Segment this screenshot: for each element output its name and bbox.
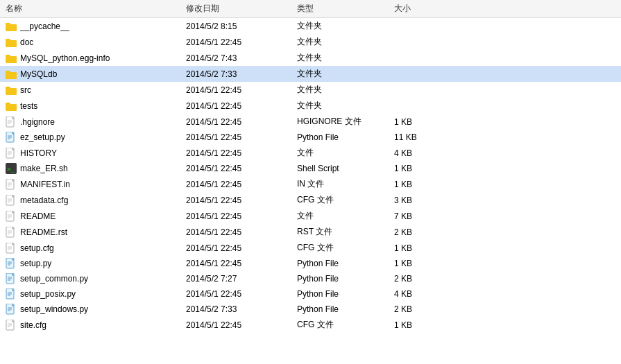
- table-row[interactable]: README 2014/5/1 22:45 文件 7 KB: [0, 208, 621, 224]
- file-type: IN 文件: [297, 178, 394, 190]
- svg-rect-3: [6, 39, 10, 42]
- file-type: 文件夹: [297, 52, 394, 64]
- file-type: 文件夹: [297, 68, 394, 80]
- table-row[interactable]: setup.cfg 2014/5/1 22:45 CFG 文件 1 KB: [0, 240, 621, 256]
- table-row[interactable]: site.cfg 2014/5/1 22:45 CFG 文件 1 KB: [0, 317, 621, 333]
- folder-icon: [6, 101, 17, 112]
- file-icon: [6, 179, 17, 190]
- file-size: 1 KB: [394, 164, 450, 173]
- file-name: metadata.cfg: [20, 196, 68, 205]
- file-size: 1 KB: [394, 180, 450, 189]
- table-row[interactable]: src 2014/5/1 22:45 文件夹: [0, 82, 621, 98]
- file-icon: [6, 320, 17, 331]
- folder-icon: [6, 21, 17, 32]
- file-icon: [6, 243, 17, 254]
- python-icon: [6, 304, 17, 315]
- file-icon: [6, 116, 17, 128]
- file-name: doc: [20, 37, 33, 47]
- file-name: ez_setup.py: [20, 132, 65, 142]
- file-type: 文件夹: [297, 84, 394, 96]
- file-size: 4 KB: [394, 289, 450, 299]
- file-date: 2014/5/1 22:45: [186, 164, 297, 173]
- folder-icon: [6, 37, 17, 48]
- table-row[interactable]: __pycache__ 2014/5/2 8:15 文件夹: [0, 18, 621, 34]
- file-date: 2014/5/1 22:45: [186, 211, 297, 221]
- table-row[interactable]: setup_posix.py 2014/5/1 22:45 Python Fil…: [0, 286, 621, 302]
- file-date: 2014/5/1 22:45: [186, 37, 297, 47]
- file-date: 2014/5/2 8:15: [186, 21, 297, 31]
- file-name: README: [20, 211, 56, 221]
- folder-icon: [6, 69, 17, 80]
- file-icon: [6, 195, 17, 206]
- shell-icon: >_: [6, 163, 17, 174]
- table-row[interactable]: README.rst 2014/5/1 22:45 RST 文件 2 KB: [0, 224, 621, 240]
- table-row[interactable]: MySQL_python.egg-info 2014/5/2 7:43 文件夹: [0, 50, 621, 66]
- file-type: 文件夹: [297, 100, 394, 112]
- file-type: Shell Script: [297, 164, 394, 173]
- file-name: MySQLdb: [20, 69, 57, 79]
- file-type: CFG 文件: [297, 319, 394, 331]
- python-icon: [6, 132, 17, 143]
- table-row[interactable]: metadata.cfg 2014/5/1 22:45 CFG 文件 3 KB: [0, 192, 621, 208]
- file-size: 1 KB: [394, 243, 450, 253]
- svg-rect-11: [6, 103, 10, 105]
- file-icon: [6, 211, 17, 222]
- file-name: .hgignore: [20, 117, 55, 127]
- file-date: 2014/5/2 7:43: [186, 53, 297, 63]
- file-date: 2014/5/1 22:45: [186, 132, 297, 142]
- python-icon: [6, 273, 17, 284]
- table-row[interactable]: ez_setup.py 2014/5/1 22:45 Python File 1…: [0, 130, 621, 145]
- svg-rect-1: [6, 23, 10, 26]
- file-date: 2014/5/1 22:45: [186, 180, 297, 189]
- col-header-name[interactable]: 名称: [6, 3, 186, 15]
- col-header-date[interactable]: 修改日期: [186, 3, 297, 15]
- file-name: setup.py: [20, 259, 51, 268]
- table-row[interactable]: setup_windows.py 2014/5/2 7:33 Python Fi…: [0, 302, 621, 317]
- file-type: CFG 文件: [297, 242, 394, 254]
- file-size: 7 KB: [394, 211, 450, 221]
- col-header-size[interactable]: 大小: [394, 3, 450, 15]
- file-size: 1 KB: [394, 320, 450, 330]
- col-header-type[interactable]: 类型: [297, 3, 394, 15]
- table-row[interactable]: >_ make_ER.sh 2014/5/1 22:45 Shell Scrip…: [0, 161, 621, 176]
- file-name: MySQL_python.egg-info: [20, 53, 110, 63]
- table-row[interactable]: MySQLdb 2014/5/2 7:33 文件夹: [0, 66, 621, 82]
- file-size: 11 KB: [394, 132, 450, 142]
- file-date: 2014/5/2 7:33: [186, 69, 297, 79]
- file-type: 文件: [297, 147, 394, 159]
- file-name: MANIFEST.in: [20, 180, 70, 189]
- file-name: HISTORY: [20, 148, 57, 158]
- file-name: site.cfg: [20, 320, 46, 330]
- table-row[interactable]: doc 2014/5/1 22:45 文件夹: [0, 34, 621, 50]
- file-name: setup_posix.py: [20, 289, 76, 299]
- file-date: 2014/5/1 22:45: [186, 227, 297, 237]
- column-header: 名称 修改日期 类型 大小: [0, 0, 621, 18]
- file-name: setup_windows.py: [20, 304, 88, 314]
- file-type: HGIGNORE 文件: [297, 116, 394, 128]
- file-name: setup_common.py: [20, 274, 88, 284]
- table-row[interactable]: setup_common.py 2014/5/2 7:27 Python Fil…: [0, 271, 621, 286]
- file-name: README.rst: [20, 227, 67, 237]
- file-date: 2014/5/1 22:45: [186, 117, 297, 127]
- table-row[interactable]: setup.py 2014/5/1 22:45 Python File 1 KB: [0, 256, 621, 271]
- folder-icon: [6, 53, 17, 64]
- svg-rect-7: [6, 71, 10, 73]
- table-row[interactable]: MANIFEST.in 2014/5/1 22:45 IN 文件 1 KB: [0, 176, 621, 192]
- file-size: 2 KB: [394, 304, 450, 314]
- file-size: 3 KB: [394, 196, 450, 205]
- file-date: 2014/5/1 22:45: [186, 85, 297, 95]
- file-icon: [6, 227, 17, 238]
- file-date: 2014/5/1 22:45: [186, 243, 297, 253]
- file-type: 文件夹: [297, 20, 394, 32]
- file-size: 1 KB: [394, 117, 450, 127]
- file-type: Python File: [297, 304, 394, 314]
- file-size: 2 KB: [394, 274, 450, 284]
- table-row[interactable]: .hgignore 2014/5/1 22:45 HGIGNORE 文件 1 K…: [0, 114, 621, 130]
- file-type: CFG 文件: [297, 194, 394, 206]
- table-row[interactable]: tests 2014/5/1 22:45 文件夹: [0, 98, 621, 114]
- file-list[interactable]: __pycache__ 2014/5/2 8:15 文件夹 doc 2014/5…: [0, 18, 621, 364]
- file-size: 4 KB: [394, 148, 450, 158]
- table-row[interactable]: HISTORY 2014/5/1 22:45 文件 4 KB: [0, 145, 621, 161]
- file-name: tests: [20, 101, 37, 111]
- svg-text:>_: >_: [7, 166, 15, 173]
